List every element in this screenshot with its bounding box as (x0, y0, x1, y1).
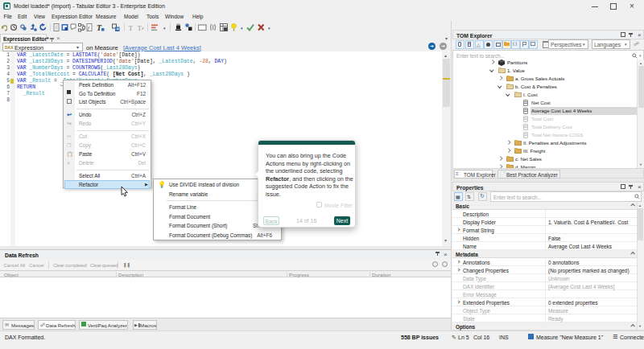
svg-text:T: T (129, 24, 134, 32)
svg-text:T: T (138, 24, 142, 32)
svg-text:T: T (97, 23, 102, 32)
